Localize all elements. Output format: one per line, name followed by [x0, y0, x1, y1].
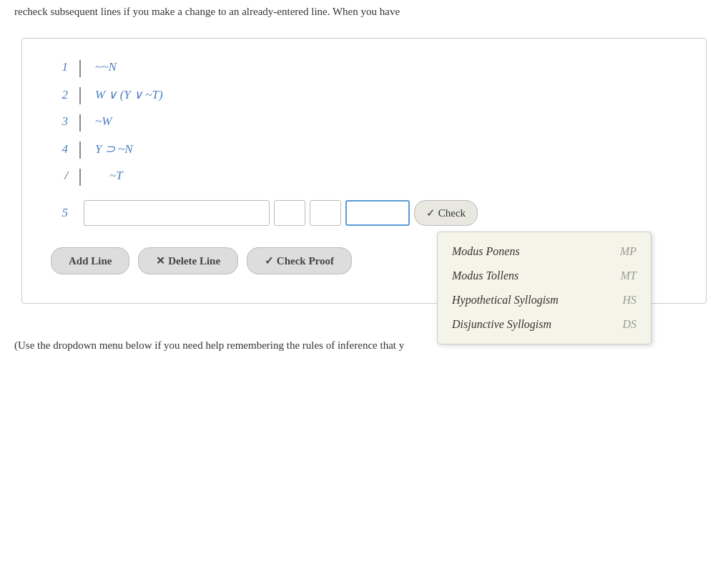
dropdown-item-mp[interactable]: Modus Ponens MP: [438, 239, 651, 264]
check-button[interactable]: ✓ Check: [414, 200, 478, 226]
dropdown-item-hs[interactable]: Hypothetical Syllogism HS: [438, 288, 651, 312]
ref1-input[interactable]: [274, 200, 305, 226]
dropdown-item-mp-abbr: MP: [620, 245, 636, 258]
line-formula-2: W ∨ (Y ∨ ~T): [95, 87, 163, 102]
line-separator-conclusion: [79, 169, 81, 186]
delete-line-button[interactable]: ✕ Delete Line: [138, 247, 238, 274]
line-number-1: 1: [51, 60, 79, 74]
dropdown-item-ds-label: Disjunctive Syllogism: [452, 318, 551, 331]
line-separator-2: [79, 87, 81, 104]
dropdown-item-ds[interactable]: Disjunctive Syllogism DS: [438, 312, 651, 337]
check-proof-button[interactable]: ✓ Check Proof: [247, 247, 352, 274]
dropdown-item-mt[interactable]: Modus Tollens MT: [438, 264, 651, 288]
dropdown-item-mt-abbr: MT: [621, 269, 636, 282]
premise-row-4: 4 Y ⊃ ~N: [51, 142, 677, 159]
step-5-number: 5: [51, 206, 79, 220]
top-instruction-text: recheck subsequent lines if you make a c…: [0, 0, 728, 24]
proof-container: 1 ~~N 2 W ∨ (Y ∨ ~T) 3 ~W 4 Y ⊃ ~N / ~T: [21, 38, 707, 304]
line-formula-3: ~W: [95, 114, 112, 129]
rule-input[interactable]: [345, 200, 410, 226]
dropdown-item-mp-label: Modus Ponens: [452, 245, 520, 258]
dropdown-item-hs-label: Hypothetical Syllogism: [452, 294, 559, 307]
line-number-4: 4: [51, 142, 79, 157]
line-separator-3: [79, 114, 81, 131]
line-number-2: 2: [51, 88, 79, 102]
premise-row-2: 2 W ∨ (Y ∨ ~T): [51, 87, 677, 104]
line-number-3: 3: [51, 114, 79, 129]
line-formula-1: ~~N: [95, 60, 117, 74]
dropdown-item-hs-abbr: HS: [622, 294, 636, 307]
dropdown-item-mt-label: Modus Tollens: [452, 269, 518, 282]
conclusion-row: / ~T: [51, 169, 677, 186]
conclusion-marker: /: [51, 169, 79, 183]
premise-row-3: 3 ~W: [51, 114, 677, 131]
rule-dropdown-menu: Modus Ponens MP Modus Tollens MT Hypothe…: [437, 232, 651, 344]
formula-input[interactable]: [84, 200, 270, 226]
line-formula-4: Y ⊃ ~N: [95, 142, 133, 157]
step-5-row: 5 ✓ Check Modus Ponens MP Modus Tollens …: [51, 200, 677, 226]
ref2-input[interactable]: [310, 200, 341, 226]
conclusion-formula: ~T: [95, 169, 123, 183]
premise-lines: 1 ~~N 2 W ∨ (Y ∨ ~T) 3 ~W 4 Y ⊃ ~N / ~T: [51, 60, 677, 186]
line-separator-1: [79, 60, 81, 77]
premise-row-1: 1 ~~N: [51, 60, 677, 77]
dropdown-item-ds-abbr: DS: [622, 318, 636, 331]
line-separator-4: [79, 142, 81, 159]
add-line-button[interactable]: Add Line: [51, 247, 129, 274]
